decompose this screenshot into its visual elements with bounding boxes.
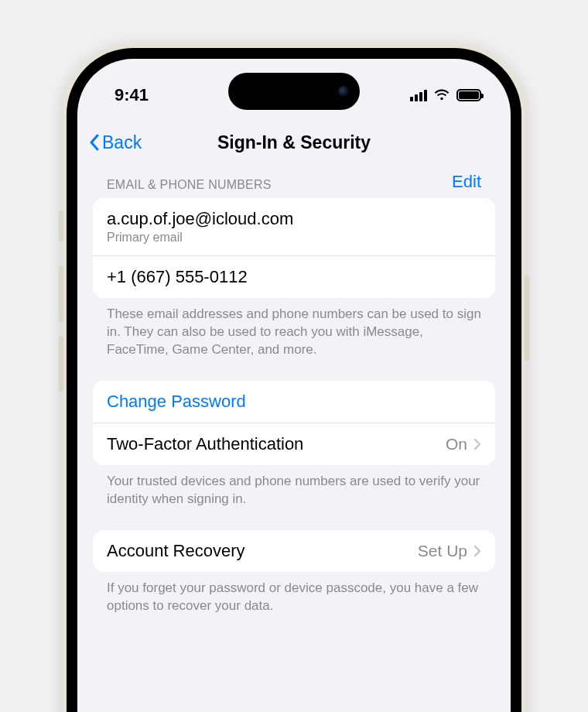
two-factor-label: Two-Factor Authentication bbox=[107, 434, 303, 454]
email-phone-section: Email & Phone Numbers Edit a.cup.of.joe@… bbox=[93, 172, 495, 359]
edit-button[interactable]: Edit bbox=[452, 172, 481, 192]
phone-bezel: 9:41 bbox=[67, 48, 521, 712]
status-time: 9:41 bbox=[115, 85, 149, 105]
iphone-device-frame: 9:41 bbox=[62, 43, 526, 712]
email-subtitle: Primary email bbox=[107, 231, 293, 245]
change-password-label: Change Password bbox=[107, 392, 246, 412]
battery-icon bbox=[456, 89, 481, 101]
navigation-bar: Back Sign-In & Security bbox=[77, 124, 511, 161]
back-label: Back bbox=[102, 132, 142, 153]
password-security-section: Change Password Two-Factor Authenticatio… bbox=[93, 381, 495, 508]
chevron-right-icon bbox=[473, 438, 481, 450]
back-button[interactable]: Back bbox=[88, 132, 142, 153]
account-recovery-section: Account Recovery Set Up If you forget yo… bbox=[93, 530, 495, 615]
section-header-label: Email & Phone Numbers bbox=[107, 178, 272, 192]
account-recovery-label: Account Recovery bbox=[107, 541, 245, 561]
email-row[interactable]: a.cup.of.joe@icloud.com Primary email bbox=[93, 198, 495, 255]
side-button bbox=[59, 266, 63, 322]
settings-content: Email & Phone Numbers Edit a.cup.of.joe@… bbox=[77, 172, 511, 712]
chevron-right-icon bbox=[473, 545, 481, 557]
section-footer: These email addresses and phone numbers … bbox=[93, 298, 495, 359]
section-footer: Your trusted devices and phone numbers a… bbox=[93, 465, 495, 508]
cellular-signal-icon bbox=[410, 89, 427, 101]
side-button bbox=[525, 276, 529, 361]
chevron-left-icon bbox=[88, 133, 101, 152]
phone-row[interactable]: +1 (667) 555-0112 bbox=[93, 255, 495, 298]
wifi-icon bbox=[433, 89, 450, 101]
account-recovery-row[interactable]: Account Recovery Set Up bbox=[93, 530, 495, 572]
change-password-row[interactable]: Change Password bbox=[93, 381, 495, 423]
two-factor-value: On bbox=[446, 435, 467, 454]
two-factor-row[interactable]: Two-Factor Authentication On bbox=[93, 423, 495, 465]
phone-screen: 9:41 bbox=[77, 59, 511, 712]
front-camera-icon bbox=[338, 86, 349, 97]
page-title: Sign-In & Security bbox=[217, 132, 371, 153]
account-recovery-value: Set Up bbox=[418, 542, 467, 560]
side-button bbox=[59, 336, 63, 392]
section-footer: If you forget your password or device pa… bbox=[93, 572, 495, 615]
side-button bbox=[59, 211, 63, 241]
dynamic-island bbox=[228, 73, 360, 110]
email-value: a.cup.of.joe@icloud.com bbox=[107, 209, 293, 229]
phone-value: +1 (667) 555-0112 bbox=[107, 267, 248, 287]
